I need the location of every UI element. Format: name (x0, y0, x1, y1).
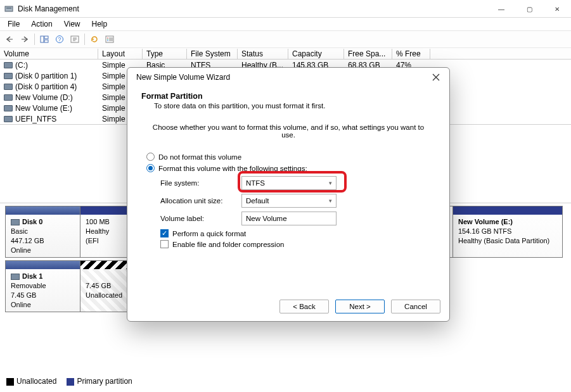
volume-name: New Volume (D:) (15, 93, 73, 102)
wizard-subheading: To store data on this partition, you mus… (141, 102, 435, 110)
svg-rect-4 (44, 40, 48, 42)
volume-name: (C:) (15, 61, 28, 70)
file-system-select[interactable]: NTFS ▾ (241, 176, 337, 190)
titlebar: Disk Management — ▢ ✕ (0, 0, 571, 18)
col-type[interactable]: Type (143, 49, 187, 59)
svg-point-11 (107, 40, 108, 41)
wizard-close-button[interactable] (427, 70, 446, 85)
svg-rect-2 (41, 36, 44, 42)
volume-list-header: Volume Layout Type File System Status Ca… (0, 48, 571, 60)
volume-icon (4, 94, 13, 101)
menu-file[interactable]: File (3, 19, 25, 29)
partition[interactable]: New Volume (E:) 154.16 GB NTFS Healthy (… (453, 206, 562, 257)
volume-icon (4, 62, 13, 68)
toolbar-options-button[interactable] (68, 32, 82, 46)
col-status[interactable]: Status (238, 49, 288, 59)
window-title: Disk Management (18, 4, 487, 13)
chevron-down-icon: ▾ (329, 180, 332, 186)
svg-rect-3 (44, 36, 48, 39)
allocation-size-label: Allocation unit size: (160, 197, 241, 205)
window-maximize-button[interactable]: ▢ (515, 0, 543, 18)
volume-label-input[interactable]: New Volume (241, 212, 337, 225)
col-volume[interactable]: Volume (0, 49, 98, 59)
volume-name: New Volume (E:) (15, 104, 72, 113)
checkbox-enable-compression[interactable]: Enable file and folder compression (160, 240, 430, 248)
disk-drive-icon (11, 274, 20, 280)
volume-name: (Disk 0 partition 4) (15, 82, 77, 91)
legend-swatch-unallocated (6, 378, 14, 386)
checkmark-icon: ✓ (160, 229, 169, 237)
toolbar: ? (0, 30, 571, 48)
volume-icon (4, 84, 13, 90)
menu-help[interactable]: Help (87, 19, 113, 29)
nav-forward-button[interactable] (18, 32, 32, 46)
radio-format-with-settings[interactable]: Format this volume with the following se… (146, 164, 430, 172)
radio-do-not-format[interactable]: Do not format this volume (146, 153, 430, 161)
checkbox-quick-format[interactable]: ✓ Perform a quick format (160, 229, 430, 237)
file-system-label: File system: (160, 179, 241, 187)
col-freespace[interactable]: Free Spa... (344, 49, 392, 59)
allocation-size-select[interactable]: Default ▾ (241, 194, 337, 208)
wizard-back-button[interactable]: < Back (279, 300, 329, 313)
wizard-cancel-button[interactable]: Cancel (391, 300, 440, 313)
nav-back-button[interactable] (3, 32, 16, 46)
disk-label[interactable]: Disk 0 Basic 447.12 GB Online (6, 206, 80, 257)
legend: Unallocated Primary partition (6, 377, 132, 386)
svg-point-9 (107, 37, 108, 39)
volume-icon (4, 116, 13, 122)
volume-label-label: Volume label: (160, 215, 241, 222)
partition[interactable]: 100 MB Healthy (EFI (80, 206, 130, 257)
wizard-heading: Format Partition (141, 92, 435, 101)
col-filesystem[interactable]: File System (187, 49, 238, 59)
toolbar-help-button[interactable]: ? (53, 32, 67, 46)
disk-drive-icon (11, 219, 20, 225)
chevron-down-icon: ▾ (329, 198, 332, 204)
volume-icon (4, 73, 13, 79)
svg-rect-0 (5, 6, 13, 11)
volume-name: (Disk 0 partition 1) (15, 72, 77, 80)
menu-action[interactable]: Action (26, 19, 57, 29)
wizard-prompt: Choose whether you want to format this v… (146, 123, 430, 139)
wizard-title: New Simple Volume Wizard (136, 73, 230, 82)
col-pctfree[interactable]: % Free (392, 49, 430, 59)
menubar: File Action View Help (0, 18, 571, 30)
close-icon (432, 73, 440, 81)
legend-swatch-primary (67, 378, 74, 386)
svg-rect-1 (6, 8, 11, 9)
toolbar-list-button[interactable] (103, 32, 117, 46)
col-layout[interactable]: Layout (98, 49, 143, 59)
volume-name: UEFI_NTFS (15, 115, 56, 123)
svg-text:?: ? (58, 36, 61, 42)
window-close-button[interactable]: ✕ (543, 0, 571, 18)
disk-label[interactable]: Disk 1 Removable 7.45 GB Online (6, 261, 80, 312)
window-minimize-button[interactable]: — (487, 0, 515, 18)
svg-point-10 (107, 39, 108, 40)
col-capacity[interactable]: Capacity (288, 49, 344, 59)
app-disk-icon (4, 4, 14, 14)
volume-icon (4, 105, 13, 111)
toolbar-refresh-button[interactable] (87, 32, 101, 46)
toolbar-layout-button[interactable] (37, 32, 51, 46)
menu-view[interactable]: View (59, 19, 86, 29)
new-simple-volume-wizard: New Simple Volume Wizard Format Partitio… (127, 67, 450, 322)
wizard-next-button[interactable]: Next > (335, 300, 385, 313)
